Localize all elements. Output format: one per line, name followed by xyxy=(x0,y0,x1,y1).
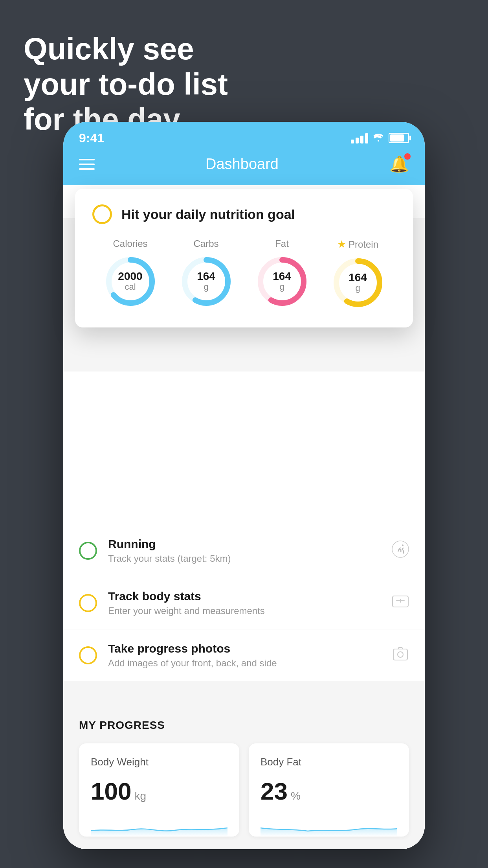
running-icon xyxy=(392,541,409,561)
progress-cards: Body Weight 100 kg xyxy=(79,743,409,837)
progress-weight-unit: kg xyxy=(134,790,146,802)
todo-subtitle-photos: Add images of your front, back, and side xyxy=(108,658,392,669)
calories-label: Calories xyxy=(113,238,147,249)
calories-donut: 2000 cal xyxy=(103,254,158,309)
progress-card-weight[interactable]: Body Weight 100 kg xyxy=(79,743,239,837)
background-headline: Quickly see your to-do list for the day. xyxy=(24,31,228,137)
progress-fat-value: 23 xyxy=(261,779,288,804)
nutrition-item-protein: ★ Protein 164 g xyxy=(330,238,385,310)
svg-rect-2 xyxy=(393,649,407,660)
todo-title-body-stats: Track body stats xyxy=(108,590,392,603)
todo-text-body-stats: Track body stats Enter your weight and m… xyxy=(108,590,392,616)
fat-donut: 164 g xyxy=(255,254,310,309)
progress-weight-value: 100 xyxy=(91,779,131,804)
todo-title-running: Running xyxy=(108,537,392,551)
todo-check-running[interactable] xyxy=(79,542,97,560)
wifi-icon xyxy=(372,132,385,144)
nutrition-card: Hit your daily nutrition goal Calories 2… xyxy=(75,189,413,327)
nutrition-card-title: Hit your daily nutrition goal xyxy=(121,207,295,222)
progress-weight-value-row: 100 kg xyxy=(91,779,227,804)
star-icon: ★ xyxy=(337,238,346,250)
hamburger-menu[interactable] xyxy=(79,159,95,170)
fat-label: Fat xyxy=(275,238,289,249)
protein-donut: 164 g xyxy=(330,255,385,310)
progress-section-title: MY PROGRESS xyxy=(79,719,409,732)
scale-icon xyxy=(392,593,409,614)
todo-text-photos: Take progress photos Add images of your … xyxy=(108,642,392,669)
progress-fat-unit: % xyxy=(291,790,301,802)
todo-list: Running Track your stats (target: 5km) xyxy=(63,371,425,849)
notification-bell[interactable]: 🔔 xyxy=(389,155,409,173)
progress-card-fat-title: Body Fat xyxy=(261,756,397,768)
progress-section: MY PROGRESS Body Weight 100 kg xyxy=(63,700,425,849)
todo-item-running[interactable]: Running Track your stats (target: 5km) xyxy=(63,525,425,577)
status-icons xyxy=(351,132,409,144)
carbs-donut: 164 g xyxy=(179,254,234,309)
progress-card-weight-title: Body Weight xyxy=(91,756,227,768)
status-time: 9:41 xyxy=(79,131,104,145)
svg-point-3 xyxy=(398,652,403,657)
status-bar: 9:41 xyxy=(63,122,425,147)
todo-text-running: Running Track your stats (target: 5km) xyxy=(108,537,392,564)
nutrition-circle-indicator xyxy=(92,204,112,224)
protein-label: ★ Protein xyxy=(337,238,378,250)
nutrition-card-header: Hit your daily nutrition goal xyxy=(92,204,396,224)
nutrition-item-fat: Fat 164 g xyxy=(255,238,310,309)
fat-sparkline xyxy=(261,813,397,837)
progress-card-fat[interactable]: Body Fat 23 % xyxy=(249,743,409,837)
photo-icon xyxy=(392,645,409,666)
todo-subtitle-running: Track your stats (target: 5km) xyxy=(108,553,392,564)
todo-check-body-stats[interactable] xyxy=(79,594,97,612)
app-header: Dashboard 🔔 xyxy=(63,147,425,185)
battery-icon xyxy=(389,133,409,143)
todo-subtitle-body-stats: Enter your weight and measurements xyxy=(108,605,392,616)
nutrition-item-calories: Calories 2000 cal xyxy=(103,238,158,309)
header-title: Dashboard xyxy=(205,156,279,173)
carbs-label: Carbs xyxy=(193,238,218,249)
todo-check-photos[interactable] xyxy=(79,646,97,664)
nutrition-item-carbs: Carbs 164 g xyxy=(179,238,234,309)
signal-icon xyxy=(351,132,368,143)
weight-sparkline xyxy=(91,813,227,837)
progress-fat-value-row: 23 % xyxy=(261,779,397,804)
nutrition-circles: Calories 2000 cal Carbs xyxy=(92,238,396,310)
notification-dot xyxy=(404,153,411,160)
todo-item-body-stats[interactable]: Track body stats Enter your weight and m… xyxy=(63,577,425,629)
todo-title-photos: Take progress photos xyxy=(108,642,392,655)
todo-item-photos[interactable]: Take progress photos Add images of your … xyxy=(63,629,425,681)
